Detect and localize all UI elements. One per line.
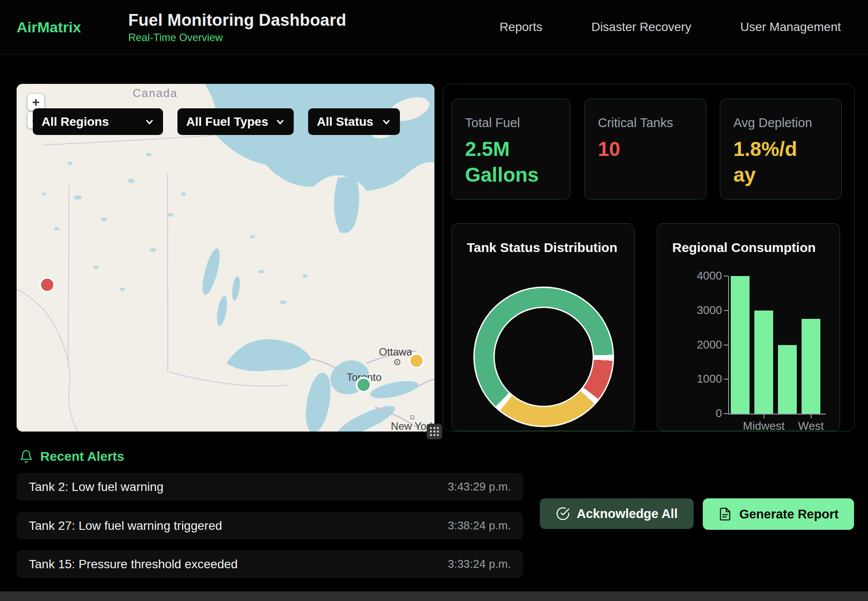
generate-report-button[interactable]: Generate Report: [703, 498, 854, 530]
resize-grip-icon[interactable]: [427, 424, 442, 439]
bar-1: [754, 311, 773, 414]
map-filters: All Regions All Fuel Types All Status: [33, 108, 400, 135]
y-tick-label: 4000: [666, 269, 722, 283]
chevron-down-icon: [275, 117, 285, 127]
y-tick-mark: [724, 276, 728, 276]
bottom-strip: [0, 591, 868, 601]
nav-user-management[interactable]: User Management: [740, 20, 841, 34]
alert-row[interactable]: Tank 27: Low fuel warning triggered 3:38…: [17, 512, 523, 539]
tank-status-chart-card: Tank Status Distribution: [451, 223, 635, 431]
regional-consumption-chart-card: Regional Consumption 01000200030004000Mi…: [657, 223, 840, 431]
stat-label: Total Fuel: [465, 116, 557, 130]
title-block: Fuel Monitoring Dashboard Real-Time Over…: [128, 11, 346, 44]
alert-row[interactable]: Tank 15: Pressure threshold exceeded 3:3…: [17, 550, 523, 578]
dashboard-panel: Total Fuel 2.5M Gallons Critical Tanks 1…: [443, 84, 855, 432]
alert-time: 3:38:24 p.m.: [448, 519, 511, 532]
stat-value: 2.5M Gallons: [465, 136, 557, 188]
region-filter-label: All Regions: [42, 115, 109, 129]
acknowledge-all-button[interactable]: Acknowledge All: [540, 498, 694, 529]
stat-value: 10: [598, 136, 693, 162]
chevron-down-icon: [145, 117, 154, 127]
stat-label: Avg Depletion: [733, 116, 828, 130]
region-filter-dropdown[interactable]: All Regions: [33, 108, 163, 135]
x-tick-mark: [764, 414, 764, 418]
y-tick-label: 2000: [666, 338, 722, 352]
y-tick-mark: [724, 413, 728, 414]
check-circle-icon: [556, 507, 570, 521]
nav-disaster-recovery[interactable]: Disaster Recovery: [591, 20, 691, 34]
bar-chart: 01000200030004000MidwestWest: [657, 224, 840, 432]
chevron-down-icon: [382, 117, 391, 127]
page-title: Fuel Monitoring Dashboard: [128, 11, 346, 30]
stat-value: 1.8%/day: [733, 136, 803, 188]
app-logo: AirMatrix: [17, 19, 81, 36]
bell-icon: [19, 449, 33, 463]
donut-hole: [493, 307, 594, 407]
stat-label: Critical Tanks: [598, 116, 693, 130]
stat-card-critical-tanks: Critical Tanks 10: [584, 99, 706, 200]
fuel-type-filter-dropdown[interactable]: All Fuel Types: [177, 108, 294, 135]
y-tick-label: 3000: [666, 304, 722, 317]
bar-2: [778, 345, 797, 414]
map-marker-critical[interactable]: [39, 277, 55, 293]
y-tick-mark: [724, 379, 728, 380]
stat-card-total-fuel: Total Fuel 2.5M Gallons: [451, 99, 570, 200]
map-label-canada: Canada: [122, 86, 188, 100]
header: AirMatrix Fuel Monitoring Dashboard Real…: [0, 0, 868, 55]
bar-0: [731, 276, 750, 414]
bar-3: [802, 319, 820, 414]
alerts-header: Recent Alerts: [19, 449, 124, 464]
nav-reports[interactable]: Reports: [500, 20, 542, 34]
page-subtitle: Real-Time Overview: [128, 31, 346, 44]
x-tick-mark: [811, 414, 812, 418]
alert-time: 3:33:24 p.m.: [448, 557, 511, 571]
status-filter-label: All Status: [317, 115, 373, 129]
y-tick-mark: [724, 310, 728, 311]
alert-time: 3:43:29 p.m.: [448, 480, 511, 494]
map-marker-warning[interactable]: [409, 353, 424, 369]
main-nav: Reports Disaster Recovery User Managemen…: [500, 20, 841, 34]
alert-text: Tank 2: Low fuel warning: [29, 480, 163, 494]
chart-title: Tank Status Distribution: [467, 240, 617, 255]
alerts-title: Recent Alerts: [40, 449, 124, 464]
stat-card-avg-depletion: Avg Depletion 1.8%/day: [720, 99, 842, 200]
alert-text: Tank 15: Pressure threshold exceeded: [29, 557, 238, 571]
status-filter-dropdown[interactable]: All Status: [308, 108, 400, 135]
y-tick-label: 1000: [666, 372, 722, 386]
alert-text: Tank 27: Low fuel warning triggered: [29, 519, 222, 533]
y-tick-label: 0: [666, 407, 722, 420]
map-panel[interactable]: Canada Ottawa Toronto New York + − All R…: [17, 84, 434, 432]
fuel-type-filter-label: All Fuel Types: [186, 115, 268, 129]
y-axis-line: [728, 276, 729, 414]
x-tick-label: West: [778, 419, 844, 433]
generate-report-label: Generate Report: [739, 507, 838, 522]
document-icon: [718, 507, 732, 521]
alert-row[interactable]: Tank 2: Low fuel warning 3:43:29 p.m.: [17, 473, 523, 501]
map-marker-normal[interactable]: [356, 377, 372, 393]
acknowledge-all-label: Acknowledge All: [577, 507, 678, 521]
y-tick-mark: [724, 345, 728, 345]
